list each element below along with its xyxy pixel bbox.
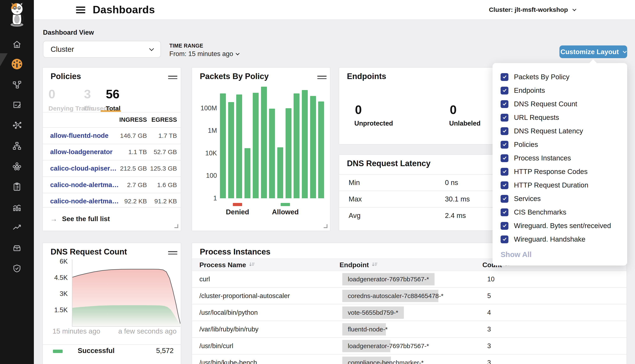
- menu-item-label: Process Instances: [514, 154, 571, 162]
- bar-allowed[interactable]: [302, 90, 308, 198]
- menu-item-label: DNS Request Count: [514, 100, 577, 108]
- cat-logo[interactable]: [5, 2, 29, 28]
- customize-layout-button[interactable]: Customize Layout: [559, 46, 627, 58]
- checkbox-checked-icon[interactable]: [501, 168, 508, 176]
- checkbox-checked-icon[interactable]: [501, 141, 508, 148]
- table-row: /usr/bin/curlloadgenerator-7697bb7567-*3: [192, 337, 626, 354]
- checkbox-checked-icon[interactable]: [501, 127, 508, 135]
- policy-name-link[interactable]: calico-node-alertmana…: [50, 181, 120, 189]
- policy-name-link[interactable]: allow-fluentd-node: [50, 132, 109, 140]
- bar-allowed[interactable]: [261, 87, 267, 198]
- menu-item-wireguard-bytes-sent-received[interactable]: Wireguard. Bytes sent/received: [493, 219, 627, 232]
- checkbox-checked-icon[interactable]: [501, 208, 508, 216]
- policy-name-link[interactable]: allow-loadgenerator: [50, 148, 113, 156]
- checkbox-checked-icon[interactable]: [501, 236, 508, 243]
- endpoint-chip[interactable]: loadgenerator-7697bb7567-*: [342, 273, 435, 285]
- bar-allowed[interactable]: [286, 108, 291, 198]
- menu-item-label: HTTP Response Codes: [514, 168, 588, 176]
- policy-stat-unused[interactable]: 3Unused: [84, 88, 107, 112]
- endpoint-chip[interactable]: loadgenerator-7697bb7567-*: [342, 340, 435, 352]
- checkbox-checked-icon[interactable]: [501, 73, 508, 81]
- activity-chart-icon[interactable]: [0, 201, 34, 214]
- menu-item-process-instances[interactable]: Process Instances: [493, 151, 627, 165]
- bar-allowed[interactable]: [236, 94, 242, 198]
- time-range-value[interactable]: From: 15 minutes ago: [169, 50, 239, 58]
- trend-icon[interactable]: [0, 221, 34, 234]
- legend-label-allowed[interactable]: Allowed: [270, 208, 301, 216]
- bar-allowed[interactable]: [253, 93, 259, 198]
- legend-swatch-allowed[interactable]: [281, 203, 290, 206]
- column-header-egress[interactable]: EGRESS: [151, 116, 177, 123]
- menu-item-policies[interactable]: Policies: [493, 138, 627, 151]
- time-range-label: TIME RANGE: [169, 43, 239, 49]
- bar-allowed[interactable]: [277, 147, 283, 198]
- menu-item-services[interactable]: Services: [493, 192, 627, 206]
- policy-edit-icon[interactable]: [0, 98, 34, 111]
- bar-allowed[interactable]: [245, 148, 250, 198]
- active-tab-indicator: [101, 110, 121, 112]
- service-graph-icon[interactable]: [0, 78, 34, 91]
- bar-allowed[interactable]: [220, 94, 226, 198]
- menu-item-dns-request-latency[interactable]: DNS Request Latency: [493, 124, 627, 138]
- menu-item-endpoints[interactable]: Endpoints: [493, 84, 627, 97]
- menu-item-dns-request-count[interactable]: DNS Request Count: [493, 97, 627, 111]
- policy-name-link[interactable]: calico-cloud-apiserver-…: [50, 165, 120, 172]
- network-graph-icon[interactable]: [0, 119, 34, 132]
- sort-icon[interactable]: [371, 261, 378, 269]
- show-all-link[interactable]: Show All: [501, 250, 627, 259]
- menu-item-label: Endpoints: [514, 86, 545, 94]
- policy-name-link[interactable]: calico-node-alertmana…: [50, 198, 120, 205]
- checkbox-checked-icon[interactable]: [501, 154, 508, 162]
- menu-item-cis-benchmarks[interactable]: CIS Benchmarks: [493, 206, 627, 219]
- checkbox-checked-icon[interactable]: [501, 100, 508, 108]
- bar-allowed[interactable]: [294, 94, 300, 198]
- endpoint-chip[interactable]: fluentd-node-*: [342, 323, 393, 336]
- endpoint-chip[interactable]: vote-5655bd759-*: [342, 306, 404, 319]
- shield-check-icon[interactable]: [0, 262, 34, 275]
- column-header-ingress[interactable]: INGRESS: [119, 116, 147, 123]
- menu-item-http-request-duration[interactable]: HTTP Request Duration: [493, 178, 627, 192]
- dashboard-view-select[interactable]: Cluster: [43, 41, 161, 58]
- compliance-clipboard-icon[interactable]: [0, 180, 34, 193]
- checkbox-checked-icon[interactable]: [501, 87, 508, 94]
- column-header-endpoint[interactable]: Endpoint: [339, 261, 378, 269]
- see-full-list-link[interactable]: → See the full list: [50, 215, 181, 223]
- endpoint-chip[interactable]: coredns-autoscaler-7c88465478-*: [342, 290, 449, 302]
- bar-allowed[interactable]: [269, 109, 275, 198]
- storage-box-icon[interactable]: [0, 242, 34, 254]
- latency-label: Max: [349, 195, 362, 203]
- column-header-process-name[interactable]: Process Name: [199, 261, 255, 269]
- flow-tree-icon[interactable]: [0, 140, 34, 152]
- checkbox-checked-icon[interactable]: [501, 222, 508, 230]
- menu-item-url-requests[interactable]: URL Requests: [493, 111, 627, 124]
- bar-allowed[interactable]: [318, 102, 324, 198]
- drag-handle-icon[interactable]: [168, 251, 177, 256]
- drag-handle-icon[interactable]: [168, 76, 177, 80]
- policy-stat-total[interactable]: 56Total: [106, 88, 120, 112]
- endpoints-cluster-icon[interactable]: [0, 160, 34, 173]
- drag-handle-icon[interactable]: [317, 76, 327, 80]
- cluster-selector[interactable]: Cluster: jlt-msft-workshop: [489, 0, 576, 20]
- bar-allowed[interactable]: [310, 96, 316, 198]
- bar-allowed[interactable]: [228, 102, 234, 198]
- checkbox-checked-icon[interactable]: [501, 114, 508, 122]
- menu-item-http-response-codes[interactable]: HTTP Response Codes: [493, 165, 627, 178]
- legend-label-successful: Successful: [78, 347, 115, 355]
- checkbox-checked-icon[interactable]: [501, 195, 508, 203]
- endpoint-chip[interactable]: compliance-benchmarker-*: [342, 356, 429, 364]
- latency-value: 2.4 ms: [445, 212, 466, 220]
- resize-handle-icon[interactable]: [324, 224, 327, 228]
- home-icon[interactable]: [0, 38, 34, 51]
- menu-item-wireguard-handshake[interactable]: Wireguard. Handshake: [493, 232, 627, 246]
- chevron-down-icon: [236, 51, 239, 55]
- count-cell: 5: [487, 292, 491, 300]
- legend-swatch-denied[interactable]: [233, 203, 242, 206]
- menu-item-packets-by-policy[interactable]: Packets By Policy: [493, 70, 627, 84]
- legend-label-denied[interactable]: Denied: [222, 208, 253, 216]
- checkbox-checked-icon[interactable]: [501, 181, 508, 189]
- ingress-value: 92.2 KB: [124, 198, 147, 205]
- resize-handle-icon[interactable]: [174, 224, 178, 228]
- dashboard-gauge-icon[interactable]: [0, 58, 34, 70]
- hamburger-menu-icon[interactable]: [76, 6, 85, 13]
- sort-icon[interactable]: [249, 261, 255, 269]
